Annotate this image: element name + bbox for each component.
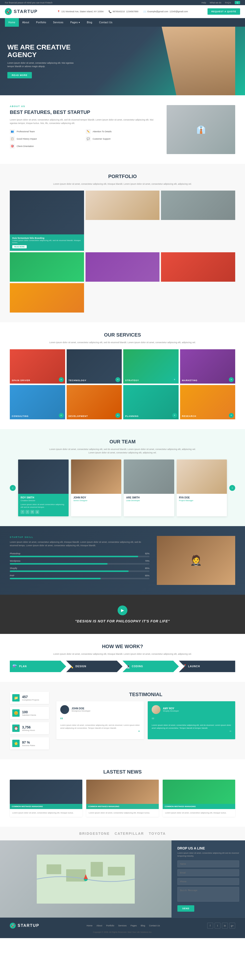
message-field[interactable] <box>177 887 239 902</box>
nav-home[interactable]: Home <box>5 18 19 27</box>
footer-twitter-btn[interactable]: t <box>215 923 221 929</box>
portfolio-item-5[interactable] <box>86 252 160 282</box>
portfolio-item-4[interactable] <box>10 252 84 282</box>
close-quote-1: " <box>60 730 140 735</box>
service-consulting[interactable]: CONSULTING + <box>10 385 65 419</box>
service-btn-2[interactable]: + <box>115 377 120 382</box>
service-btn-4[interactable]: + <box>229 377 234 382</box>
nav-pages[interactable]: Pages ▾ <box>67 18 84 27</box>
service-overlay-3: STRATEGY <box>123 377 178 383</box>
team-info-rya: RYA DOE Project Manager <box>177 494 227 506</box>
service-btn-8[interactable]: + <box>229 413 234 418</box>
work-step-design-label: DESIGN <box>75 665 86 668</box>
portfolio-featured[interactable]: Duis fermentum felis Branding Lorem ipsu… <box>10 191 84 251</box>
team-prev-btn[interactable]: ‹ <box>10 485 16 491</box>
portfolio-img-5 <box>86 252 160 282</box>
stat-hours-label: Working Hours <box>22 729 35 732</box>
service-btn-1[interactable]: + <box>59 377 64 382</box>
work-step-plan-label: PLAN <box>19 665 27 668</box>
news-card-3[interactable]: COMMON MISTAKES MANAGING Lorem ipsum dol… <box>163 780 235 817</box>
service-technology[interactable]: TECHNOLOGY + <box>67 349 122 383</box>
phone-field[interactable] <box>177 878 239 885</box>
news-card-1[interactable]: COMMON MISTAKES MANAGING Lorem ipsum dol… <box>10 780 82 817</box>
email1: Example@gmail.com <box>148 10 168 13</box>
top-bar: For financial peace of mind you can trus… <box>0 0 245 5</box>
testimonial-john: JOHN DOE Wordpress Developer " Lorem ips… <box>56 701 144 739</box>
footer-nav-portfolio[interactable]: Portfolio <box>106 924 114 927</box>
main-nav: Home About Portfolio Services Pages ▾ Bl… <box>0 18 245 27</box>
service-planning[interactable]: PLANNING + <box>123 385 178 419</box>
service-spain-driver[interactable]: SPAIN DRIVER + <box>10 349 65 383</box>
footer-linkedin-btn[interactable]: in <box>222 923 228 929</box>
skill-image: 🤵 <box>157 536 235 585</box>
plan-icon: ⚗️ <box>12 664 17 669</box>
header-contact: 📍 131 Montreal Ave, Staten Island, NY 10… <box>57 10 188 13</box>
footer-nav-blog[interactable]: Blog <box>141 924 145 927</box>
service-name-8: RESEARCH <box>182 415 234 417</box>
portfolio-section: PORTFOLIO Lorem ipsum dolor sit amet, co… <box>0 164 245 322</box>
team-next-btn[interactable]: › <box>229 485 235 491</box>
nav-about[interactable]: About <box>19 18 33 27</box>
footer-facebook-btn[interactable]: f <box>207 923 213 929</box>
service-btn-5[interactable]: + <box>59 413 64 418</box>
help-link[interactable]: Help <box>201 2 206 4</box>
quote-button[interactable]: REQUEST A QUOTE <box>207 8 240 15</box>
play-button[interactable]: ▶ <box>118 606 127 615</box>
service-research[interactable]: RESEARCH + <box>180 385 235 419</box>
footer-social: f t in g+ <box>207 923 235 929</box>
service-strategy[interactable]: STRATEGY + <box>123 349 178 383</box>
footer-logo: 🚀 STARTUP <box>10 923 39 929</box>
team-role-john: Senior Designer <box>73 500 119 502</box>
feature-professional: 👥 Professional Team <box>10 129 83 134</box>
skill-php-value: 65% <box>145 574 150 577</box>
news-card-2[interactable]: COMMON MISTAKES MANAGING Lorem ipsum dol… <box>86 780 159 817</box>
portfolio-item-2[interactable] <box>86 191 160 220</box>
news-desc-2: Lorem ipsum dolor sit amet, consectetur … <box>89 811 156 815</box>
author-amy-name: AMY ROY <box>163 707 179 710</box>
logo: 🚀 STARTUP <box>5 8 38 15</box>
services-desc: Lorem ipsum dolor sit amet, consectetur … <box>49 341 196 344</box>
name-field[interactable] <box>177 861 239 867</box>
team-slider: ‹ ROY SMITH Creative Director Lorem ipsu… <box>10 460 235 516</box>
email-field[interactable] <box>177 869 239 876</box>
work-step-launch-label: LAUNCH <box>188 665 200 668</box>
testimonial-text-1: Lorem ipsum dolor sit amet, consectetur … <box>60 724 140 730</box>
hero-desc: Lorem ipsum dolor sit amet, consectetur … <box>7 62 81 68</box>
portfolio-item-6[interactable] <box>161 252 235 282</box>
footer-nav-about[interactable]: About <box>97 924 102 927</box>
logos-section: BRIDGESTONE CATERPILLAR TOYOTA <box>0 827 245 840</box>
portfolio-featured-btn[interactable]: READ MORE <box>12 245 27 248</box>
portfolio-item-3[interactable] <box>161 191 235 220</box>
service-development[interactable]: DEVELOPMENT + <box>67 385 122 419</box>
author-john-info: JOHN DOE Wordpress Developer <box>72 707 91 712</box>
services-header: OUR SERVICES Lorem ipsum dolor sit amet,… <box>10 332 235 344</box>
nav-portfolio[interactable]: Portfolio <box>33 18 49 27</box>
service-btn-7[interactable]: + <box>172 413 177 418</box>
what-we-do-link[interactable]: What we do <box>210 2 221 4</box>
social-gp-icon[interactable]: g <box>35 510 39 514</box>
service-btn-3[interactable]: + <box>172 377 177 382</box>
service-btn-6[interactable]: + <box>115 413 120 418</box>
social-in-icon[interactable]: in <box>30 510 34 514</box>
portfolio-item-7[interactable] <box>10 283 84 313</box>
social-fb-icon[interactable]: f <box>21 510 24 514</box>
nav-services[interactable]: Services <box>50 18 67 27</box>
footer-nav-services[interactable]: Services <box>118 924 127 927</box>
submit-button[interactable]: SEND <box>177 905 194 912</box>
social-tw-icon[interactable]: t <box>25 510 29 514</box>
service-marketing[interactable]: MARKETING + <box>180 349 235 383</box>
footer-nav: Home About Portfolio Services Pages Blog… <box>87 924 160 927</box>
footer-gplus-btn[interactable]: g+ <box>229 923 235 929</box>
footer-nav-pages[interactable]: Pages <box>130 924 137 927</box>
hero-cta-button[interactable]: READ MORE <box>7 72 32 78</box>
top-bar-btn[interactable]: Q <box>235 1 240 4</box>
footer-nav-contact[interactable]: Contact Us <box>149 924 160 927</box>
skill-php: PHP 65% <box>10 574 150 579</box>
team-role-rya: Project Manager <box>179 500 225 502</box>
footer-nav-home[interactable]: Home <box>87 924 92 927</box>
footer-contact-section: DROP US A LINE Lorem ipsum dolor sit ame… <box>0 840 245 918</box>
faq-link[interactable]: FAQ's <box>225 2 231 4</box>
nav-contact[interactable]: Contact Us <box>96 18 116 27</box>
nav-blog[interactable]: Blog <box>84 18 96 27</box>
client-icon: 🎯 <box>10 144 15 149</box>
